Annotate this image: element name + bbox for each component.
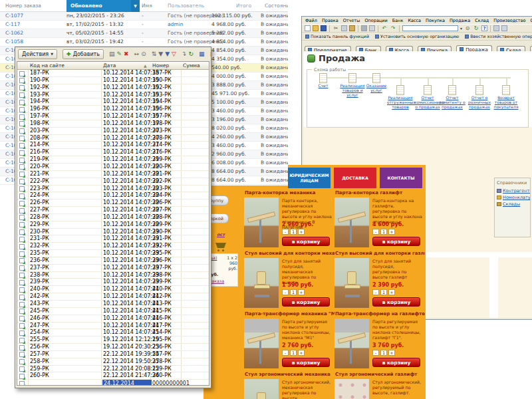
site-code-cell[interactable]: 229-РК [30, 221, 49, 229]
sort-icon[interactable]: ⇅ [152, 51, 157, 57]
date-cell[interactable]: 22.12.2014 21:47:34 [103, 372, 159, 380]
date-cell[interactable]: 10.12.2014 14:07:39 [103, 257, 159, 265]
column-header-status[interactable]: Состояние [265, 0, 288, 12]
section-tab[interactable]: Продажа [456, 45, 492, 51]
date-cell[interactable]: 10.12.2014 14:07:35 [103, 84, 159, 92]
qty-minus-button[interactable]: - [372, 229, 379, 235]
menu-item[interactable]: Продажа [450, 18, 470, 23]
undo-icon[interactable]: ↶ [381, 25, 388, 31]
number-cell[interactable]: 239-РК [152, 279, 172, 286]
exchange-row[interactable]: 240-РК 10.12.2014 14:07:41 240-РК [17, 286, 209, 293]
sort-caret-icon[interactable]: ▼ [131, 0, 140, 12]
qty-value[interactable]: 1 [380, 350, 387, 356]
column-header-user[interactable]: Пользователь [168, 0, 204, 12]
section-tab[interactable]: Покупка [418, 46, 452, 51]
menu-item[interactable]: Файл [305, 18, 317, 23]
exchange-row[interactable]: 257-РК 22.12.2014 19:39:54 257-РК [17, 351, 209, 358]
exchange-row[interactable]: 224-РК 10.12.2014 14:07:39 224-РК [17, 192, 209, 200]
date-cell[interactable]: 10.12.2014 14:07:39 [103, 214, 159, 221]
date-cell[interactable]: 10.12.2014 14:07:39 [103, 192, 159, 200]
menu-item[interactable]: Касса [408, 18, 421, 23]
order-number-link[interactable]: C-1058 [5, 38, 23, 46]
product-title[interactable]: Стул высокий для конторки газлифт [334, 249, 425, 257]
product-title[interactable]: Стул эргономический механика [244, 370, 334, 378]
selected-date-cell[interactable]: 24.12.2014 16:19:45 [102, 380, 152, 386]
date-cell[interactable]: 10.12.2014 14:07:35 [103, 113, 159, 120]
product-title[interactable]: Стул высокий для конторки механика [244, 249, 334, 257]
order-row[interactable]: C-1058 вт, 03/02/2015 - 19:42 - Гость (н… [0, 38, 288, 47]
add-to-cart-button[interactable]: в корзину [372, 297, 420, 307]
date-cell[interactable]: 10.12.2014 14:07:35 [103, 98, 159, 106]
actions-menu-button[interactable]: Действия ▼ [18, 49, 57, 59]
number-cell[interactable]: 220-РК [152, 164, 172, 171]
shop-nav-tab[interactable]: КОНТАКТЫ [380, 168, 422, 188]
exchange-row[interactable]: 214-РК 10.12.2014 14:07:37 214-РК [17, 142, 209, 149]
site-code-cell[interactable]: 231-РК [30, 235, 49, 243]
qty-value[interactable]: 1 [290, 229, 297, 235]
number-cell[interactable]: 246-РК [152, 315, 172, 323]
date-cell[interactable]: 19.12.2014 20:30:23 [103, 344, 159, 351]
number-cell[interactable]: 190-РК [152, 77, 172, 84]
number-cell[interactable]: 231-РК [152, 235, 172, 243]
site-code-cell[interactable]: 220-РК [30, 164, 49, 171]
filter-icon[interactable]: ▼ [158, 51, 163, 57]
date-cell[interactable]: 10.12.2014 14:07:39 [103, 221, 159, 229]
shop-nav-tab[interactable]: ЮРИДИЧЕСКИМ ЛИЦАМ [288, 168, 331, 188]
column-header-date[interactable]: Дата [103, 62, 116, 70]
site-code-cell[interactable]: 247-РК [30, 323, 49, 330]
column-header-sum[interactable]: Сумма [183, 62, 200, 70]
menu-item[interactable]: Правка [322, 18, 338, 23]
exchange-row[interactable]: 220-РК 10.12.2014 14:07:39 220-РК [17, 164, 209, 171]
date-cell[interactable]: 10.12.2014 14:07:37 [103, 135, 159, 142]
site-code-cell[interactable]: 239-РК [30, 279, 49, 286]
qty-plus-button[interactable]: + [298, 229, 305, 235]
site-code-cell[interactable]: 259-РК [30, 366, 49, 373]
menu-item[interactable]: Операции [364, 18, 387, 23]
cart-icon[interactable] [214, 243, 226, 251]
calculator-icon[interactable] [493, 25, 499, 31]
find-icon[interactable]: ⊙ [141, 51, 146, 57]
qty-plus-button[interactable]: + [388, 229, 395, 235]
exchange-row[interactable]: 190-РК 10.12.2014 14:07:35 190-РК [17, 77, 209, 84]
exchange-row[interactable]: 260-РК 22.12.2014 21:47:34 260-РК [17, 372, 209, 380]
date-cell[interactable]: 10.12.2014 14:07:41 [103, 323, 159, 330]
product-title[interactable]: Парта-конторка механика [244, 189, 334, 196]
date-cell[interactable]: 10.12.2014 14:07:39 [103, 279, 159, 286]
date-cell[interactable]: 10.12.2014 14:07:39 [103, 171, 159, 178]
exchange-row[interactable]: 223-РК 10.12.2014 14:07:39 223-РК [17, 186, 209, 193]
site-code-cell[interactable]: 193-РК [30, 92, 49, 99]
exchange-row[interactable]: 198-РК 10.12.2014 14:07:37 198-РК [17, 120, 209, 128]
number-cell[interactable]: 196-РК [152, 106, 172, 113]
site-code-cell[interactable]: 226-РК [30, 200, 49, 207]
site-code-cell[interactable]: 227-РК [30, 207, 49, 214]
section-tab[interactable]: Склад [497, 46, 525, 51]
date-cell[interactable]: 10.12.2014 14:07:39 [103, 156, 159, 164]
flow-node-link[interactable]: Отчет комитенту о продажах [439, 85, 466, 110]
exchange-row[interactable]: 221-РК 10.12.2014 14:07:39 221-РК [17, 171, 209, 178]
quick-action-button[interactable]: Показать панель функций [305, 34, 369, 39]
number-cell[interactable]: 223-РК [152, 186, 172, 193]
date-cell[interactable]: 10.12.2014 14:07:39 [103, 243, 159, 250]
menu-item[interactable]: Банк [392, 18, 404, 23]
flow-node-link[interactable]: Возврат товаров от покупателя [493, 85, 519, 110]
product-title[interactable]: Парта-трансформер механика "М1" [244, 310, 334, 317]
order-row[interactable]: C-117 вт, 17/02/2015 - 13:32 - admin 4 9… [0, 21, 288, 29]
new-document-icon[interactable] [305, 25, 311, 31]
date-cell[interactable]: 10.12.2014 14:07:37 [103, 120, 159, 128]
column-header-total[interactable]: Итого [236, 0, 251, 12]
exchange-row[interactable]: 203-РК 10.12.2014 14:07:37 203-РК [17, 128, 209, 135]
exchange-row[interactable]: 255-РК 19.12.2014 12:12:19 255-РК [17, 336, 209, 344]
site-code-cell[interactable]: 192-РК [30, 84, 49, 92]
add-to-cart-button[interactable]: в корзину [282, 358, 330, 367]
column-header-order-number[interactable]: Номер заказа [5, 0, 41, 12]
number-cell[interactable]: 208-РК [152, 135, 172, 142]
exchange-row[interactable]: 243-РК 10.12.2014 14:07:41 243-РК [17, 301, 209, 308]
exchange-row[interactable]: 245-РК 10.12.2014 14:07:41 245-РК [17, 308, 209, 315]
number-cell[interactable]: 235-РК [152, 250, 172, 257]
exchange-row[interactable]: 193-РК 10.12.2014 14:07:35 193-РК [17, 92, 209, 99]
qty-value[interactable]: 1 [290, 289, 297, 295]
flow-node-link[interactable]: Счет [309, 73, 338, 88]
date-cell[interactable]: 22.12.2014 19:39:54 [103, 351, 159, 358]
site-code-cell[interactable]: 242-РК [30, 293, 49, 301]
number-cell[interactable]: 245-РК [152, 308, 172, 315]
